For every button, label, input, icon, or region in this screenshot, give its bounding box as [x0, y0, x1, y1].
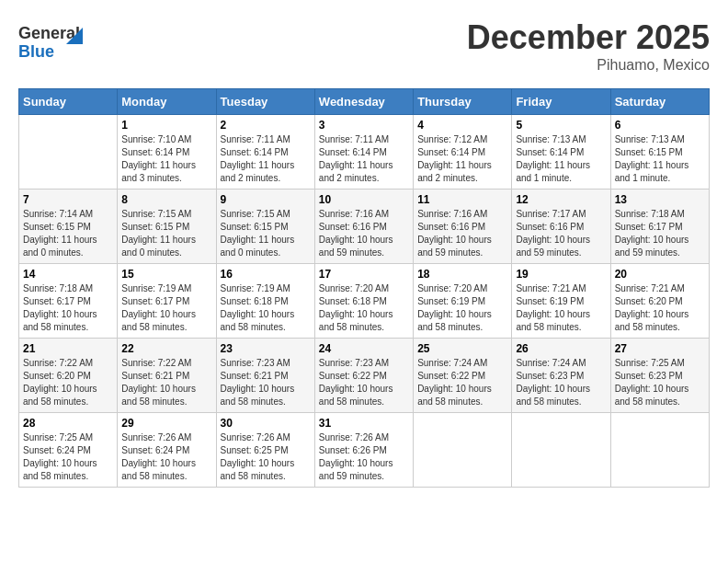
calendar-cell: 31Sunrise: 7:26 AM Sunset: 6:26 PM Dayli…: [314, 413, 413, 488]
day-number: 1: [121, 119, 211, 132]
day-number: 9: [221, 193, 311, 206]
page-subtitle: Pihuamo, Mexico: [467, 57, 710, 74]
day-info: Sunrise: 7:22 AM Sunset: 6:21 PM Dayligh…: [121, 357, 211, 408]
page-title: December 2025: [467, 18, 710, 57]
calendar-cell: 2Sunrise: 7:11 AM Sunset: 6:14 PM Daylig…: [216, 115, 314, 190]
calendar-cell: [414, 413, 512, 488]
day-info: Sunrise: 7:11 AM Sunset: 6:14 PM Dayligh…: [221, 133, 311, 185]
day-info: Sunrise: 7:15 AM Sunset: 6:15 PM Dayligh…: [221, 208, 311, 259]
day-number: 24: [319, 342, 409, 355]
calendar-cell: 7Sunrise: 7:14 AM Sunset: 6:15 PM Daylig…: [19, 190, 118, 264]
day-number: 12: [516, 193, 606, 206]
calendar-week-row: 1Sunrise: 7:10 AM Sunset: 6:14 PM Daylig…: [19, 115, 710, 190]
calendar-cell: 4Sunrise: 7:12 AM Sunset: 6:14 PM Daylig…: [414, 115, 512, 190]
day-info: Sunrise: 7:11 AM Sunset: 6:14 PM Dayligh…: [319, 133, 409, 185]
day-info: Sunrise: 7:25 AM Sunset: 6:23 PM Dayligh…: [615, 357, 705, 408]
calendar-cell: 27Sunrise: 7:25 AM Sunset: 6:23 PM Dayli…: [610, 339, 709, 413]
calendar-table: SundayMondayTuesdayWednesdayThursdayFrid…: [18, 88, 710, 488]
day-number: 28: [23, 417, 113, 430]
day-number: 14: [23, 268, 113, 281]
calendar-cell: 5Sunrise: 7:13 AM Sunset: 6:14 PM Daylig…: [512, 115, 610, 190]
calendar-cell: 23Sunrise: 7:23 AM Sunset: 6:21 PM Dayli…: [216, 339, 314, 413]
day-info: Sunrise: 7:13 AM Sunset: 6:15 PM Dayligh…: [615, 133, 705, 185]
svg-text:General: General: [18, 24, 80, 42]
page-header: General Blue December 2025 Pihuamo, Mexi…: [18, 18, 710, 74]
day-number: 26: [516, 342, 606, 355]
day-number: 19: [516, 268, 606, 281]
calendar-cell: 17Sunrise: 7:20 AM Sunset: 6:18 PM Dayli…: [314, 264, 413, 339]
day-info: Sunrise: 7:20 AM Sunset: 6:18 PM Dayligh…: [319, 282, 409, 334]
calendar-cell: 21Sunrise: 7:22 AM Sunset: 6:20 PM Dayli…: [19, 339, 118, 413]
day-info: Sunrise: 7:24 AM Sunset: 6:23 PM Dayligh…: [516, 357, 606, 408]
day-number: 6: [615, 119, 705, 132]
calendar-cell: 29Sunrise: 7:26 AM Sunset: 6:24 PM Dayli…: [118, 413, 216, 488]
calendar-week-row: 14Sunrise: 7:18 AM Sunset: 6:17 PM Dayli…: [19, 264, 710, 339]
day-number: 7: [23, 193, 113, 206]
calendar-cell: 15Sunrise: 7:19 AM Sunset: 6:17 PM Dayli…: [118, 264, 216, 339]
weekday-header: Saturday: [610, 89, 709, 115]
day-number: 3: [319, 119, 409, 132]
day-number: 20: [615, 268, 705, 281]
day-number: 2: [221, 119, 311, 132]
day-info: Sunrise: 7:18 AM Sunset: 6:17 PM Dayligh…: [615, 208, 705, 259]
day-info: Sunrise: 7:14 AM Sunset: 6:15 PM Dayligh…: [23, 208, 113, 259]
day-info: Sunrise: 7:15 AM Sunset: 6:15 PM Dayligh…: [121, 208, 211, 259]
title-block: December 2025 Pihuamo, Mexico: [467, 18, 710, 74]
day-number: 15: [121, 268, 211, 281]
day-number: 27: [615, 342, 705, 355]
calendar-cell: 8Sunrise: 7:15 AM Sunset: 6:15 PM Daylig…: [118, 190, 216, 264]
day-number: 25: [417, 342, 507, 355]
calendar-cell: 11Sunrise: 7:16 AM Sunset: 6:16 PM Dayli…: [414, 190, 512, 264]
day-info: Sunrise: 7:24 AM Sunset: 6:22 PM Dayligh…: [417, 357, 507, 408]
day-number: 5: [516, 119, 606, 132]
calendar-cell: 22Sunrise: 7:22 AM Sunset: 6:21 PM Dayli…: [118, 339, 216, 413]
calendar-cell: 30Sunrise: 7:26 AM Sunset: 6:25 PM Dayli…: [216, 413, 314, 488]
day-info: Sunrise: 7:22 AM Sunset: 6:20 PM Dayligh…: [23, 357, 113, 408]
calendar-cell: [512, 413, 610, 488]
calendar-cell: 16Sunrise: 7:19 AM Sunset: 6:18 PM Dayli…: [216, 264, 314, 339]
calendar-cell: 18Sunrise: 7:20 AM Sunset: 6:19 PM Dayli…: [414, 264, 512, 339]
weekday-header: Friday: [512, 89, 610, 115]
day-info: Sunrise: 7:26 AM Sunset: 6:24 PM Dayligh…: [121, 431, 211, 483]
day-number: 21: [23, 342, 113, 355]
calendar-week-row: 7Sunrise: 7:14 AM Sunset: 6:15 PM Daylig…: [19, 190, 710, 264]
calendar-cell: 26Sunrise: 7:24 AM Sunset: 6:23 PM Dayli…: [512, 339, 610, 413]
calendar-cell: 14Sunrise: 7:18 AM Sunset: 6:17 PM Dayli…: [19, 264, 118, 339]
day-info: Sunrise: 7:21 AM Sunset: 6:19 PM Dayligh…: [516, 282, 606, 334]
day-info: Sunrise: 7:19 AM Sunset: 6:17 PM Dayligh…: [121, 282, 211, 334]
calendar-cell: 20Sunrise: 7:21 AM Sunset: 6:20 PM Dayli…: [610, 264, 709, 339]
svg-text:Blue: Blue: [18, 42, 54, 61]
weekday-header: Monday: [118, 89, 216, 115]
calendar-cell: 13Sunrise: 7:18 AM Sunset: 6:17 PM Dayli…: [610, 190, 709, 264]
weekday-header: Wednesday: [314, 89, 413, 115]
calendar-cell: 3Sunrise: 7:11 AM Sunset: 6:14 PM Daylig…: [314, 115, 413, 190]
calendar-cell: 28Sunrise: 7:25 AM Sunset: 6:24 PM Dayli…: [19, 413, 118, 488]
calendar-cell: 10Sunrise: 7:16 AM Sunset: 6:16 PM Dayli…: [314, 190, 413, 264]
day-number: 22: [121, 342, 211, 355]
day-number: 16: [221, 268, 311, 281]
calendar-cell: 12Sunrise: 7:17 AM Sunset: 6:16 PM Dayli…: [512, 190, 610, 264]
weekday-header: Thursday: [414, 89, 512, 115]
calendar-cell: 1Sunrise: 7:10 AM Sunset: 6:14 PM Daylig…: [118, 115, 216, 190]
calendar-cell: 9Sunrise: 7:15 AM Sunset: 6:15 PM Daylig…: [216, 190, 314, 264]
calendar-cell: 6Sunrise: 7:13 AM Sunset: 6:15 PM Daylig…: [610, 115, 709, 190]
day-info: Sunrise: 7:26 AM Sunset: 6:25 PM Dayligh…: [221, 431, 311, 483]
day-info: Sunrise: 7:16 AM Sunset: 6:16 PM Dayligh…: [417, 208, 507, 259]
day-info: Sunrise: 7:12 AM Sunset: 6:14 PM Dayligh…: [417, 133, 507, 185]
calendar-cell: [610, 413, 709, 488]
day-info: Sunrise: 7:10 AM Sunset: 6:14 PM Dayligh…: [121, 133, 211, 185]
day-number: 10: [319, 193, 409, 206]
day-info: Sunrise: 7:23 AM Sunset: 6:22 PM Dayligh…: [319, 357, 409, 408]
day-info: Sunrise: 7:20 AM Sunset: 6:19 PM Dayligh…: [417, 282, 507, 334]
day-info: Sunrise: 7:23 AM Sunset: 6:21 PM Dayligh…: [221, 357, 311, 408]
day-number: 31: [319, 417, 409, 430]
day-info: Sunrise: 7:21 AM Sunset: 6:20 PM Dayligh…: [615, 282, 705, 334]
day-info: Sunrise: 7:19 AM Sunset: 6:18 PM Dayligh…: [221, 282, 311, 334]
day-info: Sunrise: 7:25 AM Sunset: 6:24 PM Dayligh…: [23, 431, 113, 483]
logo: General Blue: [18, 18, 83, 68]
day-number: 17: [319, 268, 409, 281]
weekday-header-row: SundayMondayTuesdayWednesdayThursdayFrid…: [19, 89, 710, 115]
day-number: 29: [121, 417, 211, 430]
day-number: 8: [121, 193, 211, 206]
weekday-header: Tuesday: [216, 89, 314, 115]
